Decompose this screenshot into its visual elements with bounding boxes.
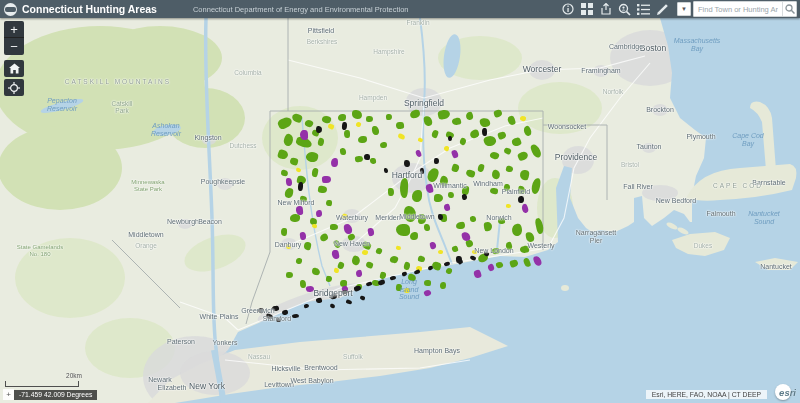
search-dropdown-button[interactable]: ▼ bbox=[677, 2, 691, 16]
header-toolbar: ▼ bbox=[559, 1, 800, 17]
map-canvas[interactable]: SpringfieldHartfordBostonProvidenceWorce… bbox=[0, 18, 800, 403]
basemap-layer bbox=[0, 18, 800, 403]
coordinate-widget: + -71.459 42.009 Degrees bbox=[3, 389, 97, 400]
app-subtitle: Connecticut Department of Energy and Env… bbox=[193, 5, 409, 14]
app-logo-globe-icon bbox=[4, 3, 17, 16]
search-input[interactable] bbox=[694, 3, 782, 15]
info-icon[interactable] bbox=[559, 1, 576, 17]
esri-logo: esri bbox=[769, 384, 797, 401]
legend-list-icon[interactable] bbox=[635, 1, 652, 17]
app-title: Connecticut Hunting Areas bbox=[22, 3, 157, 15]
basemap-grid-icon[interactable] bbox=[578, 1, 595, 17]
coordinate-value: -71.459 42.009 Degrees bbox=[14, 390, 97, 400]
scale-bar-label: 20km bbox=[66, 372, 82, 379]
scale-bar: 20km bbox=[5, 381, 79, 387]
measure-pencil-icon[interactable] bbox=[654, 1, 671, 17]
esri-logo-text: esri bbox=[779, 387, 796, 398]
locate-button[interactable] bbox=[4, 79, 24, 96]
zoom-in-button[interactable]: + bbox=[4, 21, 24, 38]
search-magnifier-icon[interactable] bbox=[782, 2, 796, 16]
share-icon[interactable] bbox=[597, 1, 614, 17]
search-box bbox=[693, 1, 797, 17]
home-button[interactable] bbox=[4, 60, 24, 77]
query-icon[interactable] bbox=[616, 1, 633, 17]
search-widget: ▼ bbox=[677, 1, 797, 17]
zoom-out-button[interactable]: − bbox=[4, 38, 24, 55]
map-attribution: Esri, HERE, FAO, NOAA | CT DEEP bbox=[646, 390, 767, 399]
app-window: Connecticut Hunting Areas Connecticut De… bbox=[0, 0, 800, 403]
coordinate-crosshair-icon[interactable]: + bbox=[3, 389, 14, 400]
zoom-controls: + − bbox=[4, 21, 24, 55]
app-header: Connecticut Hunting Areas Connecticut De… bbox=[0, 0, 800, 18]
